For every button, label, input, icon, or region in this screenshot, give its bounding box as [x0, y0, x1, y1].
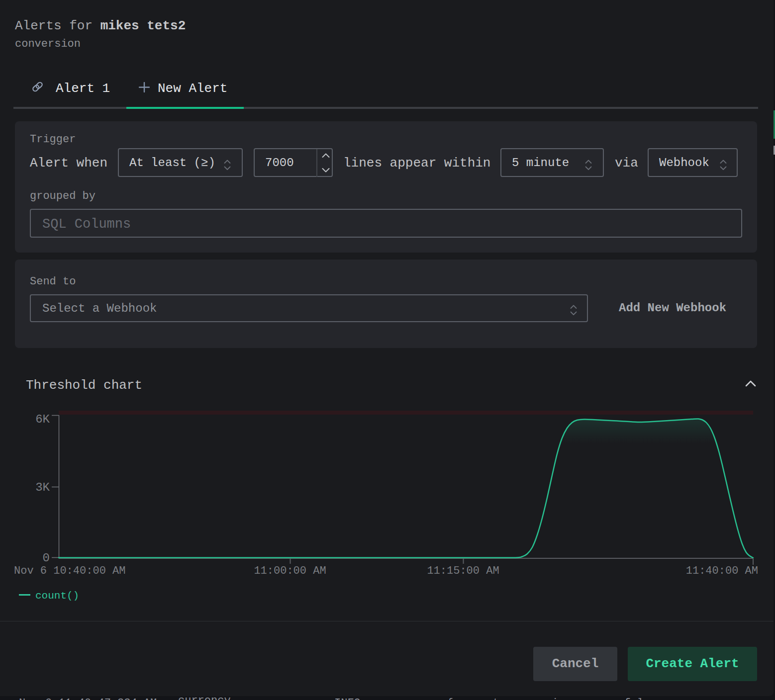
svg-text:6K: 6K	[35, 413, 50, 426]
svg-text:11:40:00 AM: 11:40:00 AM	[686, 565, 758, 577]
svg-text:11:15:00 AM: 11:15:00 AM	[427, 565, 499, 577]
svg-text:3K: 3K	[35, 481, 50, 494]
svg-text:11:00:00 AM: 11:00:00 AM	[254, 565, 326, 577]
svg-text:count(): count()	[35, 590, 79, 602]
svg-text:0: 0	[43, 551, 50, 565]
svg-text:Nov 6 10:40:00 AM: Nov 6 10:40:00 AM	[14, 565, 125, 577]
